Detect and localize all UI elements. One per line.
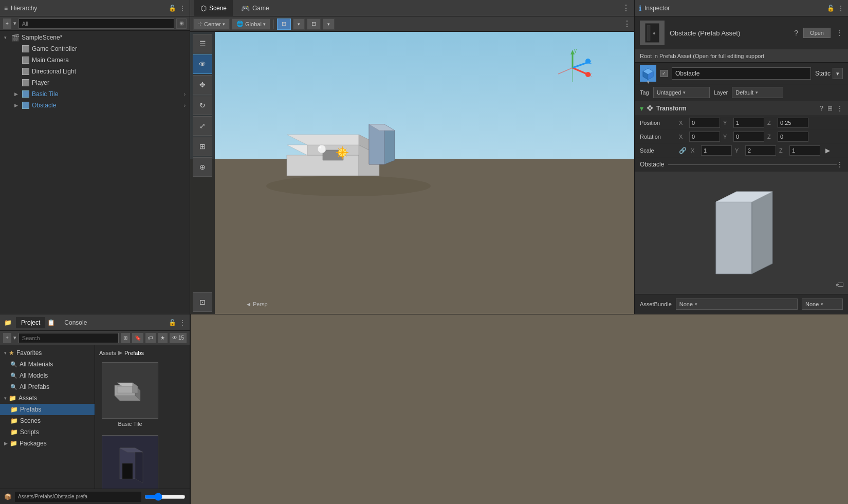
tool-rotate[interactable]: ↻: [193, 96, 212, 115]
tool-transform[interactable]: ⊕: [193, 157, 212, 177]
hierarchy-item-obstacle[interactable]: ▶ Obstacle ›: [0, 100, 190, 111]
scale-z-label: Z: [779, 147, 786, 154]
scene-options2-button[interactable]: ▾: [323, 18, 335, 30]
scale-more-icon[interactable]: ▶: [825, 147, 830, 154]
project-search-input[interactable]: [19, 333, 119, 343]
project-favorites-button[interactable]: 🔖: [132, 333, 143, 343]
pos-x-field[interactable]: [689, 118, 720, 128]
tool-rect[interactable]: ⊞: [193, 137, 212, 156]
hierarchy-filter-button[interactable]: ⊞: [176, 18, 187, 29]
inspector-lock-icon[interactable]: 🔓: [827, 5, 835, 12]
project-lock-icon[interactable]: 🔓: [169, 319, 176, 326]
scene-viewport[interactable]: ☰ 👁 ✥ ↻ ⤢ ⊞ ⊕ ⊡: [190, 32, 634, 314]
scene-toolbar-menu[interactable]: ⋮: [623, 19, 631, 29]
rot-z-field[interactable]: [778, 132, 808, 142]
inspector-more-icon[interactable]: ⋮: [838, 5, 844, 12]
inspector-menu-icon[interactable]: ⋮: [836, 29, 843, 37]
transform-settings-icon[interactable]: ⊞: [827, 105, 833, 112]
static-dropdown[interactable]: ▾: [833, 68, 843, 79]
breadcrumb-assets[interactable]: Assets: [99, 350, 116, 356]
pos-y-field[interactable]: [733, 118, 764, 128]
global-button[interactable]: 🌐 Global ▾: [232, 18, 270, 30]
hierarchy-item-gamecontroller[interactable]: Game Controller: [0, 43, 190, 54]
asset-bundle-dropdown1[interactable]: None ▾: [676, 298, 798, 310]
hierarchy-item-basictile[interactable]: ▶ Basic Tile ›: [0, 88, 190, 100]
obstacle-section-menu[interactable]: ⋮: [837, 161, 843, 168]
scale-x-field[interactable]: [701, 145, 732, 156]
hierarchy-item-player[interactable]: Player: [0, 77, 190, 88]
project-layout-button[interactable]: ⊞: [121, 333, 130, 343]
project-add-button[interactable]: +: [3, 333, 11, 343]
tool-hamburger[interactable]: ☰: [193, 34, 212, 53]
ptree-scenes[interactable]: 📁 Scenes: [0, 415, 95, 426]
hierarchy-item-maincamera[interactable]: Main Camera: [0, 54, 190, 66]
asset-bundle-dropdown2[interactable]: None ▾: [802, 298, 843, 310]
player-icon: [22, 79, 30, 87]
view-tabs-menu[interactable]: ⋮: [622, 3, 630, 13]
expand-arrow-obs: ▶: [14, 103, 20, 108]
ptree-packages[interactable]: ▶ 📁 Packages: [0, 438, 95, 449]
ptree-all-materials[interactable]: 🔍 All Materials: [0, 359, 95, 370]
tab-console[interactable]: Console: [59, 317, 92, 328]
transform-help-icon[interactable]: ?: [820, 105, 823, 112]
ptree-all-models[interactable]: 🔍 All Models: [0, 370, 95, 381]
project-zoom-slider[interactable]: [144, 493, 186, 501]
project-bottom-bar: 📦 Assets/Prefabs/Obstacle.prefa: [0, 489, 190, 504]
scale-link-icon[interactable]: 🔗: [679, 147, 687, 154]
asset-grid: Basic Tile: [99, 360, 186, 489]
layer-label: Layer: [714, 89, 728, 96]
hierarchy-menu-icon[interactable]: ≡: [4, 5, 8, 12]
transform-menu-icon[interactable]: ⋮: [837, 105, 843, 112]
tool-move[interactable]: ✥: [193, 75, 212, 95]
gizmo-button[interactable]: ▾: [293, 18, 305, 30]
svg-point-31: [653, 32, 655, 34]
tag-dropdown[interactable]: Untagged ▾: [653, 87, 710, 98]
layer-dropdown[interactable]: Default ▾: [732, 87, 783, 98]
hierarchy-more-icon[interactable]: ⋮: [179, 5, 186, 12]
hierarchy-search-input[interactable]: [19, 18, 174, 29]
project-panel: 📁 Project 📋 Console 🔓 ⋮ + ▾ ⊞ 🔖 🏷 ★ 👁 15: [0, 314, 190, 504]
asset-item-basictile[interactable]: Basic Tile: [99, 360, 161, 429]
tool-custom[interactable]: ⊡: [193, 292, 212, 312]
ptree-scripts[interactable]: 📁 Scripts: [0, 426, 95, 438]
grid-toggle-button[interactable]: ⊞: [277, 18, 291, 30]
ptree-prefabs[interactable]: 📁 Prefabs: [0, 404, 95, 415]
rot-y-field[interactable]: [733, 132, 764, 142]
inspector-help-button[interactable]: ?: [794, 29, 798, 37]
rot-z-label: Z: [767, 134, 775, 140]
scale-z-field[interactable]: [789, 145, 820, 156]
hierarchy-item-dirlight[interactable]: Directional Light: [0, 66, 190, 77]
scene-icon: 🎬: [11, 33, 20, 42]
project-tag-button[interactable]: 🏷: [145, 333, 156, 343]
tab-game[interactable]: 🎮 Game: [235, 0, 275, 16]
inspector-open-button[interactable]: Open: [803, 28, 831, 38]
inspector-active-checkbox[interactable]: ✓: [660, 70, 668, 77]
inspector-label-icon[interactable]: 🏷: [836, 281, 844, 290]
rot-x-field[interactable]: [689, 132, 720, 142]
project-eye-button[interactable]: 👁 15: [170, 333, 187, 343]
hierarchy-item-samplescene[interactable]: ▾ 🎬 SampleScene*: [0, 32, 190, 43]
pos-z-field[interactable]: [778, 118, 808, 128]
project-path-bar: Assets/Prefabs/Obstacle.prefa: [15, 492, 141, 502]
transform-expand-arrow[interactable]: ▾: [640, 104, 643, 113]
tab-project[interactable]: Project: [16, 317, 45, 328]
center-button[interactable]: ⊹ Center ▾: [193, 18, 230, 30]
inspector-title: Inspector: [644, 5, 670, 12]
all-models-label: All Models: [20, 372, 48, 379]
tool-eye[interactable]: 👁: [193, 54, 212, 74]
ptree-all-prefabs[interactable]: 🔍 All Prefabs: [0, 381, 95, 393]
scene-options-button[interactable]: ⊟: [307, 18, 321, 30]
ptree-favorites[interactable]: ▾ ★ Favorites: [0, 347, 95, 359]
eye-count: 15: [178, 335, 184, 341]
tool-scale[interactable]: ⤢: [193, 116, 212, 136]
project-star-button[interactable]: ★: [158, 333, 168, 343]
hierarchy-add-button[interactable]: +: [3, 18, 11, 29]
tab-scene[interactable]: ⬡ Scene: [194, 0, 233, 16]
inspector-name-field[interactable]: [672, 67, 811, 80]
asset-item-obstacle[interactable]: Obstacle: [99, 433, 161, 489]
ptree-assets[interactable]: ▾ 📁 Assets: [0, 393, 95, 404]
hierarchy-lock-icon[interactable]: 🔓: [169, 5, 176, 12]
scale-y-field[interactable]: [745, 145, 776, 156]
project-path-text: Assets/Prefabs/Obstacle.prefa: [18, 494, 87, 499]
project-more-icon[interactable]: ⋮: [179, 319, 186, 326]
